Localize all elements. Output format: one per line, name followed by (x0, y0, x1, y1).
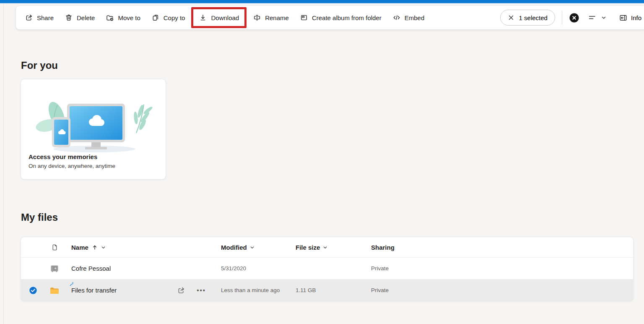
row2-file-size: 1.11 GB (296, 287, 371, 293)
sharing-column-label: Sharing (371, 244, 395, 251)
dismiss-circle-icon (569, 13, 579, 23)
download-label: Download (211, 14, 239, 21)
info-button[interactable]: Info (616, 11, 644, 25)
row2-sharing: Private (371, 287, 633, 293)
row1-name-cell[interactable]: Cofre Pessoal (64, 265, 221, 272)
row2-modified: Less than a minute ago (221, 287, 296, 293)
table-header-row: Name Modified File size (21, 237, 633, 257)
row1-modified: 5/31/2020 (221, 265, 296, 272)
move-to-icon (106, 13, 114, 22)
download-icon (199, 13, 207, 22)
row2-name[interactable]: Files for transfer (71, 287, 117, 294)
name-column-header[interactable]: Name (64, 244, 221, 251)
sort-ascending-arrow-icon (92, 245, 97, 250)
memories-card-title: Access your memories (29, 153, 97, 160)
clear-selection-x-icon[interactable] (508, 14, 514, 21)
dismiss-button[interactable] (566, 10, 582, 26)
modified-chevron-down-icon (250, 245, 254, 250)
devices-cloud-illustration (26, 93, 161, 154)
name-column-label: Name (71, 244, 88, 251)
modified-column-header[interactable]: Modified (221, 244, 296, 251)
copy-to-button[interactable]: Copy to (146, 9, 191, 26)
embed-icon (392, 13, 401, 22)
file-type-column-icon[interactable] (45, 243, 64, 251)
my-files-heading: My files (21, 212, 58, 223)
for-you-heading: For you (21, 60, 58, 71)
sort-button[interactable] (585, 11, 609, 24)
left-pane-divider (3, 4, 4, 324)
table-row-cofre-pessoal[interactable]: Cofre Pessoal 5/31/2020 Private (21, 257, 633, 279)
file-size-column-label: File size (296, 244, 320, 251)
name-chevron-down-icon (101, 245, 106, 250)
folder-icon (45, 286, 64, 295)
modified-column-label: Modified (221, 244, 247, 251)
info-panel-icon (619, 13, 628, 22)
row1-sharing: Private (371, 265, 633, 272)
row2-name-cell[interactable]: Files for transfer ••• (64, 286, 221, 295)
row2-actions: ••• (177, 286, 221, 295)
embed-button[interactable]: Embed (387, 9, 430, 26)
top-accent-bar (0, 0, 644, 3)
copy-to-label: Copy to (164, 14, 185, 21)
sort-icon (588, 13, 600, 22)
new-item-indicator-icon (69, 281, 75, 287)
move-to-label: Move to (118, 14, 140, 21)
vault-icon (45, 264, 64, 273)
table-row-files-for-transfer[interactable]: Files for transfer ••• Less than a minut… (21, 279, 633, 301)
selection-count-pill[interactable]: 1 selected (500, 10, 555, 26)
delete-label: Delete (77, 14, 95, 21)
share-button[interactable]: Share (19, 9, 59, 26)
sort-chevron-down-icon (601, 15, 606, 20)
move-to-button[interactable]: Move to (100, 9, 145, 26)
download-button[interactable]: Download (193, 9, 244, 26)
embed-label: Embed (405, 14, 425, 21)
create-album-label: Create album from folder (312, 14, 382, 21)
toolbar-divider (562, 11, 562, 25)
row1-name[interactable]: Cofre Pessoal (71, 265, 111, 272)
document-icon (51, 243, 59, 251)
share-label: Share (37, 14, 54, 21)
copy-to-icon (151, 13, 160, 22)
file-size-column-header[interactable]: File size (296, 244, 371, 251)
memories-card[interactable]: Access your memories On any device, anyw… (21, 79, 166, 179)
more-options-icon[interactable]: ••• (197, 287, 206, 294)
file-size-chevron-down-icon (323, 245, 327, 250)
share-icon (25, 13, 33, 22)
files-table: Name Modified File size (21, 237, 633, 301)
create-album-button[interactable]: Create album from folder (294, 9, 387, 26)
row2-select-cell[interactable] (21, 286, 45, 295)
rename-label: Rename (265, 14, 289, 21)
delete-button[interactable]: Delete (59, 9, 100, 26)
row-share-icon[interactable] (177, 286, 185, 295)
info-label: Info (631, 14, 641, 21)
sharing-column-header[interactable]: Sharing (371, 244, 633, 251)
selected-check-circle-icon[interactable] (29, 286, 38, 295)
rename-icon (253, 13, 261, 22)
rename-button[interactable]: Rename (247, 9, 294, 26)
download-highlight-box: Download (191, 7, 247, 28)
command-toolbar: Share Delete Move to (16, 6, 644, 29)
delete-icon (65, 13, 73, 22)
album-icon (300, 13, 308, 22)
memories-card-subtitle: On any device, anywhere, anytime (29, 163, 115, 169)
selection-count-label: 1 selected (519, 14, 548, 21)
